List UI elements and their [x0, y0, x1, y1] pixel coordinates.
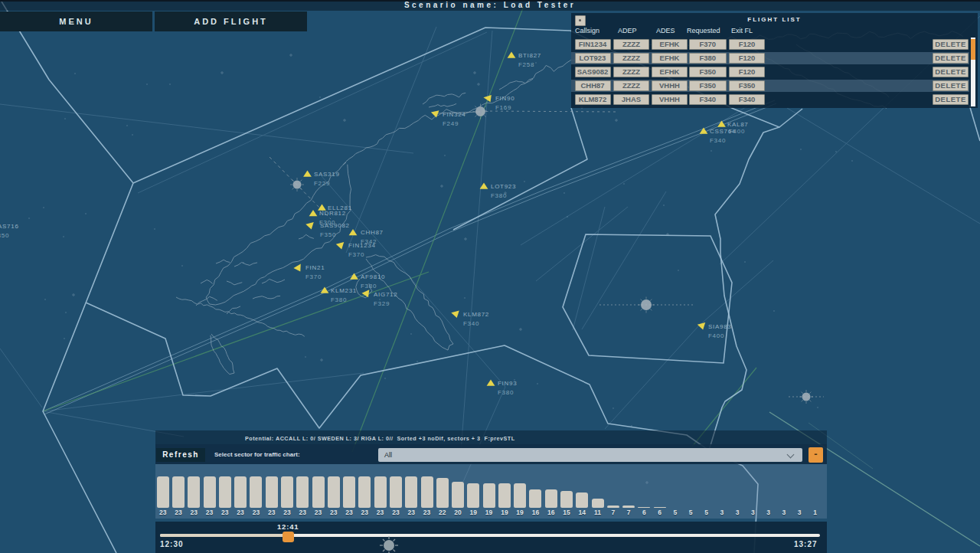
svg-text:NDR812: NDR812: [319, 210, 346, 217]
svg-text:CHH87: CHH87: [361, 229, 384, 236]
svg-text:F169: F169: [495, 104, 511, 111]
svg-text:FIN21: FIN21: [305, 264, 325, 271]
svg-text:BTI827: BTI827: [518, 52, 541, 59]
svg-text:AF9810: AF9810: [361, 273, 385, 280]
svg-text:AIG712: AIG712: [374, 291, 397, 298]
svg-text:F229: F229: [314, 180, 330, 187]
svg-text:F340: F340: [710, 137, 726, 144]
svg-text:F380: F380: [331, 296, 347, 303]
svg-text:F350: F350: [0, 232, 9, 239]
svg-text:F350: F350: [320, 231, 336, 238]
svg-text:F329: F329: [374, 300, 390, 307]
svg-text:FIN1234: FIN1234: [348, 242, 376, 249]
svg-text:LOT923: LOT923: [491, 183, 516, 190]
svg-text:FIN93: FIN93: [498, 380, 517, 387]
svg-text:F400: F400: [729, 128, 745, 135]
svg-text:F340: F340: [463, 320, 479, 327]
svg-text:F380: F380: [361, 283, 377, 290]
svg-text:FIN324: FIN324: [443, 111, 466, 118]
svg-text:SAS9082: SAS9082: [320, 222, 350, 229]
svg-text:F370: F370: [348, 251, 364, 258]
svg-text:F380: F380: [498, 389, 514, 396]
svg-text:F249: F249: [443, 120, 459, 127]
svg-text:KLM231: KLM231: [331, 287, 357, 294]
svg-text:F258: F258: [518, 61, 534, 68]
svg-text:SIA983: SIA983: [708, 323, 731, 330]
svg-text:F380: F380: [491, 192, 507, 199]
svg-text:FIN90: FIN90: [495, 95, 514, 102]
svg-text:KLM872: KLM872: [463, 311, 489, 318]
svg-text:F400: F400: [708, 332, 724, 339]
svg-text:F370: F370: [305, 273, 322, 280]
svg-text:SAS716: SAS716: [0, 223, 19, 230]
svg-text:KAL87: KAL87: [727, 121, 749, 128]
svg-text:SAS319: SAS319: [314, 171, 340, 178]
